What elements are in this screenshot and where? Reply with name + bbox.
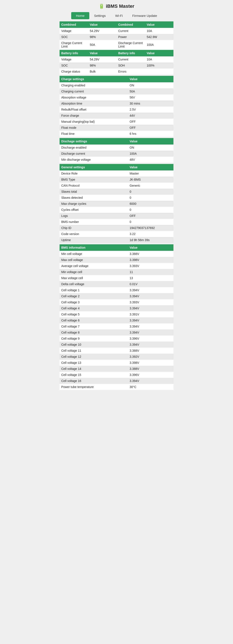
general-row-0: Device Role Master <box>59 170 174 176</box>
bms-row-3: Min voltage cell 11 <box>59 269 174 275</box>
combined-val2-0: 10A <box>145 28 174 34</box>
combined-header-1: Combined <box>59 22 88 28</box>
combined-label2-2: Discharge Current Limit <box>116 40 145 50</box>
bms-row-10: Cell voltage 5 3.391V <box>59 311 174 317</box>
bms-row-5: Delta cell voltage 0.01V <box>59 281 174 287</box>
battery-info-table: Battery info Value Battery info Value Vo… <box>59 50 174 74</box>
combined-label1-0: Voltage <box>59 28 88 34</box>
charge-row-6: Manual charging(top bal) OFF <box>59 118 174 125</box>
general-row-10: Code version 3.22 <box>59 231 174 237</box>
general-settings-header-value: Value <box>128 164 174 170</box>
bms-row-17: Cell voltage 12 3.392V <box>59 354 174 360</box>
bms-row-7: Cell voltage 2 3.394V <box>59 293 174 299</box>
bms-row-0: Min cell voltage 3.388V <box>59 251 174 257</box>
discharge-settings-header: Dischage settings Value <box>59 138 174 144</box>
bms-row-18: Cell voltage 13 3.398V <box>59 360 174 366</box>
charge-settings-header-label: Charge settings <box>59 76 128 82</box>
battery-info-header-2: Value <box>88 50 116 56</box>
combined-row-0: Voltage 54.29V Current 10A <box>59 28 174 34</box>
discharge-settings-header-label: Dischage settings <box>59 138 128 144</box>
bms-row-21: Cell voltage 16 3.394V <box>59 378 174 384</box>
combined-val1-2: 50A <box>88 40 116 50</box>
general-row-6: Cycles offset 0 <box>59 207 174 213</box>
bms-info-header-label: BMS information <box>59 244 128 251</box>
combined-label1-1: SOC <box>59 34 88 40</box>
bms-information-table: BMS information Value Min cell voltage 3… <box>59 244 174 390</box>
discharge-settings-header-value: Value <box>128 138 174 144</box>
general-row-9: Chip ID 194279037137692 <box>59 225 174 231</box>
bms-row-22: Power tube temperature 30°C <box>59 384 174 390</box>
general-row-1: BMS Type JK-BMS <box>59 176 174 182</box>
battery-info-row-0: Voltage 54.29V Current 10A <box>59 56 174 62</box>
charge-row-0: Charging enabled ON <box>59 82 174 88</box>
general-row-3: Slaves total 0 <box>59 188 174 195</box>
discharge-row-2: Min discharge voltage 48V <box>59 157 174 163</box>
bms-row-20: Cell voltage 15 3.396V <box>59 372 174 378</box>
nav-firmware[interactable]: Firmware Update <box>128 12 162 19</box>
battery-info-row-2: Charge status Bulk Errors <box>59 68 174 74</box>
discharge-row-1: Discharge current 100A <box>59 150 174 157</box>
bms-row-8: Cell voltage 3 3.393V <box>59 299 174 305</box>
bms-row-12: Cell voltage 7 3.394V <box>59 324 174 330</box>
battery-info-header-4: Value <box>145 50 174 56</box>
bms-info-header: BMS information Value <box>59 244 174 251</box>
bms-row-16: Cell voltage 11 3.388V <box>59 348 174 354</box>
bms-row-19: Cell voltage 14 3.388V <box>59 366 174 372</box>
discharge-settings-table: Dischage settings Value Discharge enable… <box>59 138 174 163</box>
bms-info-header-value: Value <box>128 244 174 251</box>
combined-val2-2: 100A <box>145 40 174 50</box>
battery-info-header-1: Battery info <box>59 50 88 56</box>
general-row-2: CAN Protocol Generic <box>59 182 174 188</box>
bms-row-14: Cell voltage 9 3.396V <box>59 336 174 342</box>
charge-row-4: Rebulk/Float offset 2.5V <box>59 106 174 112</box>
combined-row-1: SOC 98% Power 542.9W <box>59 34 174 40</box>
combined-val1-1: 98% <box>88 34 116 40</box>
page-title: 🔋 iBMS Master <box>58 4 175 9</box>
charge-settings-header-value: Value <box>128 76 174 82</box>
combined-val2-1: 542.9W <box>145 34 174 40</box>
combined-row-2: Charge Current Limit 50A Discharge Curre… <box>59 40 174 50</box>
charge-row-5: Force charge 44V <box>59 112 174 118</box>
charge-row-1: Charging current 50A <box>59 88 174 94</box>
combined-table: Combined Value Combined Value Voltage 54… <box>59 22 174 50</box>
general-row-7: Logs OFF <box>59 213 174 219</box>
general-row-11: Uptime 1d 9h 56m 39s <box>59 237 174 243</box>
combined-val1-0: 54.29V <box>88 28 116 34</box>
discharge-row-0: Discharge enabled ON <box>59 144 174 150</box>
charge-settings-table: Charge settings Value Charging enabled O… <box>59 76 174 137</box>
general-row-5: Max charge cycles 6000 <box>59 201 174 207</box>
charge-row-7: Float mode OFF <box>59 125 174 131</box>
general-settings-header-label: General settings <box>59 164 128 170</box>
combined-header-2: Value <box>88 22 116 28</box>
combined-label1-2: Charge Current Limit <box>59 40 88 50</box>
page-header: 🔋 iBMS Master <box>58 0 175 11</box>
bms-row-4: Max voltage cell 13 <box>59 275 174 281</box>
bms-row-15: Cell voltage 10 3.394V <box>59 342 174 348</box>
nav-settings[interactable]: Settings <box>89 12 110 19</box>
battery-info-header-row: Battery info Value Battery info Value <box>59 50 174 56</box>
nav-home[interactable]: Home <box>71 12 89 19</box>
combined-header-3: Combined <box>116 22 145 28</box>
bms-row-1: Max cell voltage 3.398V <box>59 257 174 263</box>
charge-row-2: Absorption voltage 56V <box>59 94 174 100</box>
charge-row-3: Absorption time 30 mins <box>59 100 174 106</box>
charge-settings-header: Charge settings Value <box>59 76 174 82</box>
bms-row-11: Cell voltage 6 3.394V <box>59 317 174 324</box>
combined-label2-1: Power <box>116 34 145 40</box>
general-settings-table: General settings Value Device Role Maste… <box>59 164 174 243</box>
bms-row-13: Cell voltage 8 3.394V <box>59 330 174 336</box>
general-row-8: BMS number 0 <box>59 219 174 225</box>
bms-row-6: Cell voltage 1 3.394V <box>59 287 174 293</box>
charge-row-8: Float time 6 hrs <box>59 131 174 137</box>
general-settings-header: General settings Value <box>59 164 174 170</box>
combined-header-4: Value <box>145 22 174 28</box>
nav-wifi[interactable]: Wi-Fi <box>110 12 128 19</box>
navigation: Home Settings Wi-Fi Firmware Update <box>58 11 175 22</box>
general-row-4: Slaves detected 0 <box>59 195 174 201</box>
battery-info-row-1: SOC 98% SOH 100% <box>59 62 174 68</box>
bms-row-2: Average cell voltage 3.393V <box>59 263 174 269</box>
battery-icon: 🔋 <box>99 4 104 9</box>
battery-info-header-3: Battery info <box>116 50 145 56</box>
bms-row-9: Cell voltage 4 3.394V <box>59 305 174 311</box>
combined-header-row: Combined Value Combined Value <box>59 22 174 28</box>
